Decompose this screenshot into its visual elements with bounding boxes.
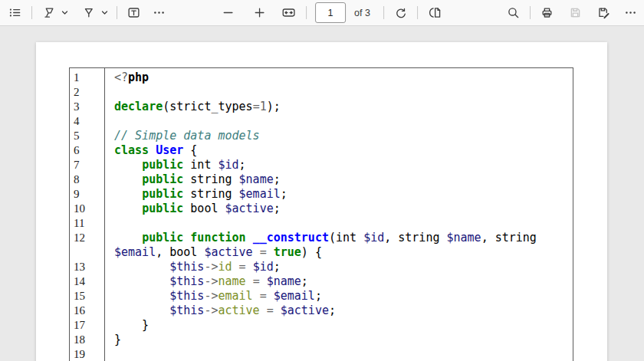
add-text-button[interactable] [125, 4, 143, 21]
page-view-button[interactable] [426, 4, 443, 21]
toolbar-left-group [0, 4, 168, 21]
outline-icon [8, 6, 21, 19]
toolbar-separator [417, 6, 418, 19]
toolbar-right-group [504, 4, 644, 21]
code-line: public bool $active; [105, 202, 573, 216]
code-line: $this->id = $id; [105, 260, 573, 274]
code-row: 16 $this->active = $active; [70, 304, 573, 318]
pen-dropdown-button[interactable] [100, 8, 109, 18]
code-line: declare(strict_types=1); [105, 100, 573, 114]
highlighter-icon [42, 6, 55, 19]
line-number: 5 [70, 129, 105, 143]
code-row: 6class User { [70, 143, 573, 158]
code-line: // Simple data models [105, 129, 573, 143]
zoom-out-button[interactable] [219, 4, 237, 21]
chevron-down-icon [101, 10, 108, 15]
code-line: $this->name = $name; [105, 274, 573, 289]
more-icon [153, 6, 166, 19]
line-number: 3 [70, 100, 105, 114]
line-number: 10 [70, 202, 105, 216]
toolbar-center-group: of 3 [219, 0, 443, 25]
page-count-label: of 3 [354, 8, 370, 18]
code-line: public string $name; [105, 172, 573, 187]
code-line: $this->active = $active; [105, 304, 573, 318]
save-as-icon [597, 6, 610, 19]
pen-icon [82, 6, 95, 19]
line-number: 19 [70, 347, 105, 361]
pdf-canvas[interactable]: 1<?php23declare(strict_types=1);45// Sim… [0, 26, 644, 361]
search-button[interactable] [504, 4, 522, 21]
zoom-out-icon [222, 6, 235, 19]
line-number: 15 [70, 289, 105, 304]
more-icon [624, 6, 637, 19]
fit-width-icon [281, 6, 296, 19]
highlighter-dropdown-button[interactable] [61, 8, 69, 18]
more-options-button[interactable] [622, 4, 639, 21]
save-as-button[interactable] [595, 4, 613, 21]
rotate-button[interactable] [392, 4, 409, 21]
code-line: public int $id; [105, 158, 573, 172]
line-number: 2 [70, 85, 105, 100]
toolbar-separator [530, 6, 531, 19]
code-row: 13 $this->id = $id; [70, 260, 573, 274]
rotate-icon [394, 6, 407, 19]
code-row: 18} [70, 333, 573, 347]
code-line: } [105, 333, 573, 347]
code-row: 3declare(strict_types=1); [70, 100, 573, 114]
code-row: 12 public function __construct(int $id, … [70, 231, 573, 245]
code-line: $this->email = $email; [105, 289, 573, 304]
code-row: 2 [70, 85, 573, 100]
code-line: } [105, 318, 573, 333]
code-line: public string $email; [105, 187, 573, 202]
code-line [105, 85, 573, 100]
code-row: 11 [70, 216, 573, 231]
code-row: 15 $this->email = $email; [70, 289, 573, 304]
zoom-in-button[interactable] [251, 4, 268, 21]
toolbar-separator [31, 6, 32, 19]
code-row: 17 } [70, 318, 573, 333]
code-row: 9 public string $email; [70, 187, 573, 202]
code-row: 10 public bool $active; [70, 202, 573, 216]
toolbar-separator [306, 6, 307, 19]
pdf-toolbar: of 3 [0, 0, 644, 26]
line-number: 16 [70, 304, 105, 318]
print-button[interactable] [538, 4, 556, 21]
toolbar-separator [117, 6, 117, 19]
code-line: public function __construct(int $id, str… [105, 231, 573, 245]
code-block: 1<?php23declare(strict_types=1);45// Sim… [69, 67, 573, 361]
search-icon [507, 6, 520, 19]
code-row: 4 [70, 114, 573, 129]
code-line [105, 114, 573, 129]
line-number: 12 [70, 231, 105, 245]
print-icon [540, 6, 554, 19]
code-row: 7 public int $id; [70, 158, 573, 172]
line-number: 7 [70, 158, 105, 172]
line-number: 9 [70, 187, 105, 202]
code-row: 14 $this->name = $name; [70, 274, 573, 289]
code-row: 5// Simple data models [70, 129, 573, 143]
fit-width-button[interactable] [279, 4, 298, 21]
page-number-input[interactable] [315, 2, 346, 23]
code-line: <?php [105, 71, 573, 85]
code-line: $email, bool $active = true) { [105, 245, 573, 260]
code-row: 8 public string $name; [70, 172, 573, 187]
highlighter-button[interactable] [40, 4, 58, 21]
toolbar-separator [383, 6, 384, 19]
line-number: 18 [70, 333, 105, 347]
code-rows: 1<?php23declare(strict_types=1);45// Sim… [70, 71, 573, 361]
line-number [70, 245, 105, 260]
line-number: 8 [70, 172, 105, 187]
code-row: 1<?php [70, 71, 573, 85]
save-icon [569, 6, 582, 19]
outline-button[interactable] [6, 4, 24, 21]
line-number: 1 [70, 71, 105, 85]
text-box-icon [127, 6, 140, 19]
line-number: 4 [70, 114, 105, 129]
save-button[interactable] [567, 4, 584, 21]
chevron-down-icon [61, 10, 68, 15]
more-tools-button[interactable] [150, 4, 168, 21]
line-number: 17 [70, 318, 105, 333]
code-line [105, 216, 573, 231]
pen-button[interactable] [80, 4, 97, 21]
line-number: 14 [70, 274, 105, 289]
